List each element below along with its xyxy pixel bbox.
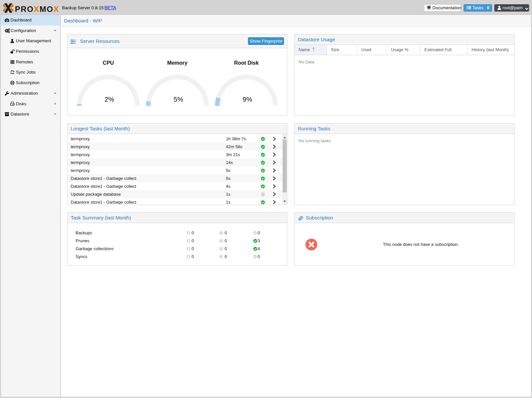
svg-text:?: ? <box>262 193 264 196</box>
